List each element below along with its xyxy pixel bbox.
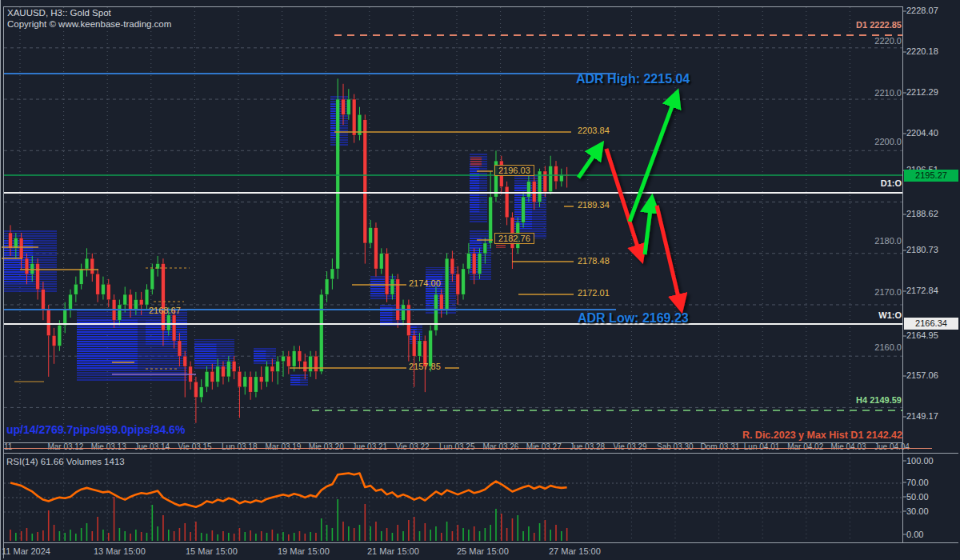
date-axis-label: Lun 03.18 bbox=[222, 442, 258, 451]
max-hist-level-line bbox=[4, 448, 932, 449]
date-axis-label: Mar 03.19 bbox=[265, 442, 301, 451]
symbol-title: XAUUSD, H3:: Gold Spot bbox=[7, 8, 111, 18]
price-axis-label: 2164.95 bbox=[906, 330, 938, 340]
date-axis-label: Vie 03.22 bbox=[396, 442, 430, 451]
date-axis-label: Mie 03.13 bbox=[91, 442, 126, 451]
date-axis-label: Vie 03.29 bbox=[614, 442, 647, 451]
date-axis-label: Mie 03.20 bbox=[309, 442, 344, 451]
copyright-watermark: Copyright © www.keenbase-trading.com bbox=[7, 19, 171, 29]
side-level-label: D1:O bbox=[881, 178, 902, 188]
date-axis-label: Sab 03.30 bbox=[657, 442, 694, 451]
price-level-label: 2196.03 bbox=[494, 165, 534, 176]
side-level-label: 2170.0 bbox=[874, 287, 902, 297]
trading-terminal-window: XAUUSD, H3:: Gold Spot Copyright © www.k… bbox=[0, 0, 960, 560]
date-axis-label: Mie 03.27 bbox=[526, 442, 562, 451]
chart-canvas[interactable] bbox=[0, 0, 960, 560]
price-level-label: 2157.85 bbox=[409, 362, 441, 371]
rsi-axis-label: 50.00 bbox=[906, 492, 929, 502]
price-axis-label: 2220.18 bbox=[906, 46, 938, 56]
price-level-label: 2182.76 bbox=[494, 233, 534, 244]
price-axis-label: 2157.06 bbox=[906, 370, 938, 380]
price-axis-label: 2188.62 bbox=[906, 209, 938, 218]
price-level-label: 2172.01 bbox=[578, 288, 610, 298]
current-price-tag: 2195.27 bbox=[904, 170, 958, 182]
date-axis-label: Dom 03.31 bbox=[700, 442, 739, 451]
time-axis-label: 11 Mar 2024 bbox=[2, 546, 50, 556]
time-axis-label: 13 Mar 15:00 bbox=[94, 546, 146, 556]
date-axis-label: Jue 03.21 bbox=[352, 442, 387, 451]
time-axis-label: 27 Mar 15:00 bbox=[549, 546, 601, 556]
price-level-label: 2168.67 bbox=[149, 306, 181, 315]
side-level-label: D1 2222.85 bbox=[856, 20, 902, 30]
date-axis-label: Jue 03.28 bbox=[570, 442, 605, 451]
price-level-label: 2189.34 bbox=[578, 200, 610, 210]
side-level-label: 2180.0 bbox=[874, 236, 902, 246]
side-level-label: W1:O bbox=[878, 310, 902, 320]
rsi-axis-label: 0.00 bbox=[906, 530, 923, 539]
pips-stats-label: up/14/2769.7pips/959.0pips/34.6% bbox=[6, 423, 185, 436]
rsi-axis-label: 70.00 bbox=[906, 478, 929, 487]
price-axis-label: 2172.84 bbox=[906, 286, 938, 295]
date-axis-label: Lun 04.01 bbox=[744, 442, 780, 451]
date-axis-label: Jue 04.04 bbox=[874, 442, 910, 451]
max-hist-label: R. Dic.2023 y Max Hist D1 2142.42 bbox=[742, 430, 902, 441]
rsi-indicator-label: RSI(14) 61.66 Volumes 1413 bbox=[6, 457, 125, 466]
side-level-label: H4 2149.59 bbox=[856, 395, 902, 405]
date-axis-label: Mar 04.02 bbox=[787, 442, 823, 451]
date-axis-label: Mie 04.03 bbox=[831, 442, 866, 451]
price-axis-label: 2204.40 bbox=[906, 128, 938, 138]
date-axis-label: Mar 03.12 bbox=[47, 442, 83, 451]
price-axis-label: 2228.07 bbox=[906, 6, 938, 15]
volume-profile bbox=[4, 96, 546, 386]
weekly-open-price-tag: 2166.34 bbox=[904, 318, 958, 330]
date-axis-label: Mar 03.26 bbox=[482, 442, 518, 451]
volume-bars bbox=[10, 497, 567, 541]
price-axis-label: 2212.29 bbox=[906, 87, 938, 97]
time-axis-label: 15 Mar 15:00 bbox=[186, 546, 238, 556]
rsi-line bbox=[10, 473, 567, 506]
date-axis-label: Jue 03.14 bbox=[134, 442, 170, 451]
time-axis-label: 25 Mar 15:00 bbox=[457, 546, 509, 556]
time-axis-label: 21 Mar 15:00 bbox=[367, 546, 419, 556]
side-level-label: 2160.0 bbox=[874, 342, 902, 352]
price-axis-label: 2180.73 bbox=[906, 245, 938, 254]
date-axis-label: 11 bbox=[4, 442, 12, 451]
price-level-label: 2203.84 bbox=[578, 126, 610, 135]
side-level-label: 2220.0 bbox=[874, 36, 902, 46]
time-axis-label: 19 Mar 15:00 bbox=[278, 546, 330, 556]
date-axis-label: Vie 03.15 bbox=[178, 442, 212, 451]
price-axis-label: 2149.17 bbox=[906, 411, 938, 421]
rsi-axis-label: 30.00 bbox=[906, 506, 929, 516]
adr-high-label: ADR High: 2215.04 bbox=[576, 72, 690, 86]
price-level-label: 2178.48 bbox=[578, 256, 610, 266]
price-level-label: 2174.00 bbox=[409, 278, 441, 288]
rsi-axis-label: 100.00 bbox=[906, 456, 934, 466]
date-axis-label: Lun 03.25 bbox=[439, 442, 475, 451]
side-level-label: 2210.0 bbox=[874, 88, 902, 98]
adr-low-label: ADR Low: 2169.23 bbox=[578, 311, 689, 326]
side-level-label: 2200.0 bbox=[874, 137, 902, 146]
